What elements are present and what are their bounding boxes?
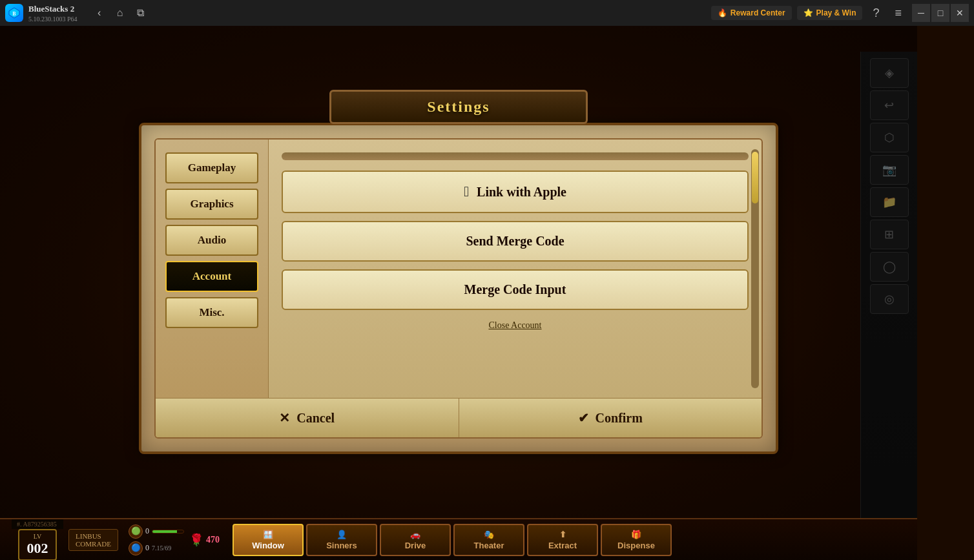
res1-bar xyxy=(152,530,184,534)
settings-panel: Settings Gameplay Graphics Audio Account… xyxy=(139,90,778,454)
nav-audio[interactable]: Audio xyxy=(165,225,258,256)
drive-icon: 🚗 xyxy=(410,530,420,539)
nav-account[interactable]: Account xyxy=(165,261,258,292)
lunacy-val: 470 xyxy=(206,535,220,545)
play-win-label: Play & Win xyxy=(816,8,856,17)
titlebar-right: 🔥 Reward Center ⭐ Play & Win ? ≡ ─ □ ✕ xyxy=(711,4,969,23)
nav-sinners-button[interactable]: 👤 Sinners xyxy=(306,524,377,556)
play-win-button[interactable]: ⭐ Play & Win xyxy=(797,6,863,20)
settings-right:  Link with Apple Send Merge Code Merge … xyxy=(269,140,762,398)
res2-icon: 🔵 xyxy=(129,541,143,555)
resource-2: 🔵 0 7.15/69 xyxy=(129,541,184,555)
settings-scrollbar[interactable] xyxy=(751,149,759,388)
theater-icon: 🎭 xyxy=(484,530,494,539)
confirm-button[interactable]: ✔ Confirm xyxy=(459,399,762,437)
nav-window-button[interactable]: 🪟 Window xyxy=(233,524,304,556)
cancel-button[interactable]: ✕ Cancel xyxy=(156,399,459,437)
lv-prefix: LV xyxy=(25,533,50,540)
extract-label: Extract xyxy=(548,541,577,550)
reward-center-label: Reward Center xyxy=(730,8,785,17)
cancel-label: Cancel xyxy=(296,411,335,426)
multi-button[interactable]: ⧉ xyxy=(132,4,150,22)
bottom-nav-buttons: 🪟 Window 👤 Sinners 🚗 Drive 🎭 Theater ⬆ E… xyxy=(233,524,672,556)
player-info: #. A879256385 LV 002 LINBUS COMRADE 🟢 0 … xyxy=(6,519,220,561)
settings-inner: Gameplay Graphics Audio Account Misc. xyxy=(154,138,763,439)
sinners-icon: 👤 xyxy=(337,530,347,539)
app-name: BlueStacks 2 xyxy=(28,4,78,14)
cancel-icon: ✕ xyxy=(279,410,290,426)
app-version: 5.10.230.1003 P64 xyxy=(28,16,78,23)
close-button[interactable]: ✕ xyxy=(951,4,969,22)
settings-title-bar: Settings xyxy=(329,90,588,124)
settings-content: Gameplay Graphics Audio Account Misc. xyxy=(156,140,762,398)
player-level-badge: LV 002 xyxy=(18,529,57,561)
settings-bottom-buttons: ✕ Cancel ✔ Confirm xyxy=(156,398,762,437)
settings-box: Gameplay Graphics Audio Account Misc. xyxy=(139,123,778,454)
extract-icon: ⬆ xyxy=(559,530,566,539)
help-button[interactable]: ? xyxy=(867,4,884,23)
window-icon: 🪟 xyxy=(263,530,273,539)
nav-misc[interactable]: Misc. xyxy=(165,297,258,328)
player-name: LINBUS COMRADE xyxy=(68,529,118,551)
maximize-button[interactable]: □ xyxy=(931,4,949,22)
app-info: BlueStacks 2 5.10.230.1003 P64 xyxy=(28,4,78,23)
settings-title: Settings xyxy=(344,98,573,116)
link-apple-button[interactable]:  Link with Apple xyxy=(282,171,749,213)
titlebar-left: B BlueStacks 2 5.10.230.1003 P64 ‹ ⌂ ⧉ xyxy=(5,4,150,23)
window-label: Window xyxy=(252,541,284,550)
player-id: #. A879256385 xyxy=(12,519,63,529)
back-button[interactable]: ‹ xyxy=(90,4,109,22)
link-apple-label: Link with Apple xyxy=(477,185,566,200)
nav-theater-button[interactable]: 🎭 Theater xyxy=(453,524,524,556)
dispense-icon: 🎁 xyxy=(631,530,641,539)
merge-code-input-label: Merge Code Input xyxy=(464,282,566,297)
settings-overlay: Settings Gameplay Graphics Audio Account… xyxy=(0,26,917,518)
res1-icon: 🟢 xyxy=(129,524,143,539)
titlebar-nav: ‹ ⌂ ⧉ xyxy=(90,4,150,22)
confirm-icon: ✔ xyxy=(578,410,589,426)
confirm-label: Confirm xyxy=(596,411,643,426)
bottom-bar: #. A879256385 LV 002 LINBUS COMRADE 🟢 0 … xyxy=(0,518,917,560)
nav-gameplay[interactable]: Gameplay xyxy=(165,152,258,183)
theater-label: Theater xyxy=(474,541,504,550)
lunacy-resource: 🌹 470 xyxy=(189,533,220,547)
player-level-number: 002 xyxy=(25,540,50,557)
app-logo: B xyxy=(5,4,23,22)
window-controls: ─ □ ✕ xyxy=(912,4,969,22)
menu-button[interactable]: ≡ xyxy=(889,4,907,23)
game-background: ◈ ↩ ⬡ 📷 📁 ⊞ ◯ ◎ Settings Gameplay xyxy=(0,26,917,560)
merge-code-input-button[interactable]: Merge Code Input xyxy=(282,269,749,310)
nav-dispense-button[interactable]: 🎁 Dispense xyxy=(601,524,672,556)
res2-amount: 0 xyxy=(145,543,149,553)
fire-icon: 🔥 xyxy=(718,8,727,17)
drive-label: Drive xyxy=(405,541,426,550)
reward-center-button[interactable]: 🔥 Reward Center xyxy=(711,6,792,20)
resource-1: 🟢 0 xyxy=(129,524,184,539)
svg-text:B: B xyxy=(12,11,16,17)
dispense-label: Dispense xyxy=(617,541,655,550)
sinners-label: Sinners xyxy=(326,541,357,550)
res2-bar-val: 7.15/69 xyxy=(152,544,171,552)
nav-drive-button[interactable]: 🚗 Drive xyxy=(380,524,451,556)
apple-icon:  xyxy=(464,183,469,200)
home-button[interactable]: ⌂ xyxy=(111,4,129,22)
star-icon: ⭐ xyxy=(803,8,813,17)
scroll-indicator xyxy=(282,152,749,160)
send-merge-code-button[interactable]: Send Merge Code xyxy=(282,221,749,262)
nav-graphics[interactable]: Graphics xyxy=(165,189,258,220)
res1-amount: 0 xyxy=(145,526,149,536)
scrollbar-thumb xyxy=(752,152,758,203)
settings-nav: Gameplay Graphics Audio Account Misc. xyxy=(156,140,269,398)
res1-bar-fill xyxy=(152,530,177,533)
send-merge-code-label: Send Merge Code xyxy=(466,234,564,249)
titlebar: B BlueStacks 2 5.10.230.1003 P64 ‹ ⌂ ⧉ 🔥… xyxy=(0,0,974,26)
close-account-link[interactable]: Close Account xyxy=(282,318,749,333)
minimize-button[interactable]: ─ xyxy=(912,4,930,22)
nav-extract-button[interactable]: ⬆ Extract xyxy=(527,524,598,556)
rose-icon: 🌹 xyxy=(189,533,203,547)
